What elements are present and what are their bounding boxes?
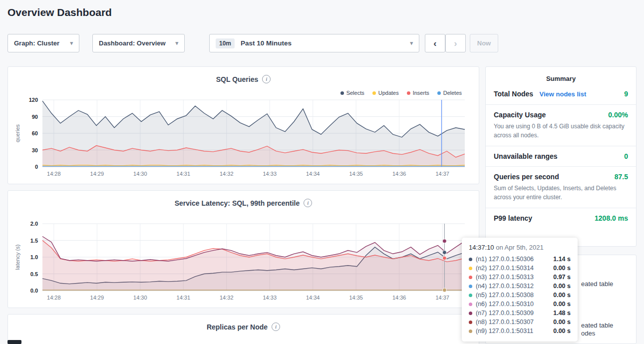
tooltip-node-value: 0.97 s — [553, 274, 571, 281]
svg-text:14:35: 14:35 — [349, 171, 363, 177]
tooltip-node-label: (n3) 127.0.0.1:50313 — [476, 274, 550, 281]
partial-tooltip-element — [7, 340, 21, 344]
svg-text:60: 60 — [32, 130, 38, 136]
tooltip-node-label: (n9) 127.0.0.1:50311 — [476, 328, 550, 335]
legend-label: Selects — [346, 90, 364, 96]
summary-row-value: 0 — [624, 152, 628, 160]
tooltip-node-label: (n2) 127.0.0.1:50314 — [476, 265, 550, 272]
graph-dropdown[interactable]: Graph: Cluster ▾ — [7, 34, 79, 52]
series-color-dot — [372, 91, 376, 95]
svg-text:2.0: 2.0 — [30, 221, 38, 227]
service-latency-chart[interactable]: 14:2814:2914:3014:3114:3214:3314:3414:35… — [11, 220, 476, 303]
svg-text:latency (s): latency (s) — [14, 245, 20, 270]
tooltip-node-value: 1.14 s — [553, 256, 571, 263]
summary-title: Summary — [486, 75, 636, 82]
legend-item-deletes[interactable]: Deletes — [437, 90, 462, 96]
summary-row-label: Capacity Usage — [494, 111, 546, 119]
tooltip-node-label: (n8) 127.0.0.1:50307 — [476, 319, 550, 326]
info-icon[interactable]: i — [272, 323, 280, 331]
chart-title-text: Replicas per Node — [207, 323, 268, 331]
dashboard-dropdown[interactable]: Dashboard: Overview ▾ — [92, 34, 185, 52]
legend-label: Inserts — [413, 90, 429, 96]
svg-text:14:29: 14:29 — [90, 171, 104, 177]
service-latency-panel: Service Latency: SQL, 99th percentile i … — [7, 190, 479, 308]
svg-text:queries: queries — [14, 124, 20, 142]
info-icon[interactable]: i — [262, 75, 271, 83]
page-title: Overview Dashboard — [7, 6, 112, 18]
svg-text:90: 90 — [32, 114, 38, 120]
sql-queries-panel: SQL Queries i Selects Updates Inserts De… — [7, 66, 479, 184]
sql-queries-chart[interactable]: 14:2814:2914:3014:3114:3214:3314:3414:35… — [11, 96, 476, 179]
series-color-dot — [407, 91, 410, 95]
summary-row-total-nodes: Total Nodes View nodes list 9 — [486, 83, 636, 105]
svg-text:14:32: 14:32 — [220, 295, 234, 301]
tooltip-row: (n9) 127.0.0.1:50311 0.00 s — [469, 327, 571, 336]
legend-label: Updates — [378, 90, 399, 96]
tooltip-node-value: 0.00 s — [553, 328, 571, 335]
svg-text:14:28: 14:28 — [47, 295, 61, 301]
tooltip-node-label: (n6) 127.0.0.1:50310 — [476, 301, 550, 308]
chevron-down-icon: ▾ — [175, 40, 178, 46]
chevron-down-icon: ▾ — [70, 40, 73, 46]
svg-text:120: 120 — [29, 97, 38, 103]
legend-item-inserts[interactable]: Inserts — [407, 90, 429, 96]
time-range-dropdown[interactable]: 10m Past 10 Minutes ▾ — [209, 34, 419, 52]
summary-row-p99-latency: P99 latency 1208.0 ms — [486, 208, 636, 228]
tooltip-node-value: 0.00 s — [553, 265, 571, 272]
svg-text:14:37: 14:37 — [435, 295, 449, 301]
chart-hover-tooltip: 14:37:10 on Apr 5th, 2021 (n1) 127.0.0.1… — [462, 238, 578, 342]
time-prev-button[interactable]: ‹ — [425, 34, 445, 52]
summary-row-value: 1208.0 ms — [595, 214, 628, 222]
view-nodes-list-link[interactable]: View nodes list — [540, 90, 587, 98]
tooltip-node-value: 0.00 s — [553, 292, 571, 299]
chart-title-text: Service Latency: SQL, 99th percentile — [175, 199, 300, 207]
tooltip-row: (n8) 127.0.0.1:50307 0.00 s — [469, 318, 571, 327]
tooltip-node-value: 0.00 s — [553, 301, 571, 308]
node-color-dot — [469, 267, 472, 270]
svg-text:0.5: 0.5 — [30, 271, 38, 277]
tooltip-row: (n6) 127.0.0.1:50310 0.00 s — [469, 300, 571, 309]
dashboard-dropdown-label: Dashboard: Overview — [99, 39, 166, 47]
tooltip-node-label: (n5) 127.0.0.1:50308 — [476, 292, 550, 299]
svg-text:14:32: 14:32 — [220, 171, 234, 177]
node-color-dot — [469, 276, 472, 279]
tooltip-row: (n5) 127.0.0.1:50308 0.00 s — [469, 291, 571, 300]
replicas-per-node-title: Replicas per Node i — [8, 323, 479, 331]
tooltip-node-value: 1.48 s — [553, 310, 571, 317]
tooltip-node-value: 0.00 s — [553, 283, 571, 290]
node-color-dot — [469, 303, 472, 306]
time-next-button[interactable]: › — [445, 34, 466, 52]
event-row-fragment[interactable]: eated table — [581, 322, 613, 329]
chart-title-text: SQL Queries — [216, 75, 259, 83]
summary-row-unavailable-ranges: Unavailable ranges 0 — [486, 146, 636, 167]
summary-row-value: 9 — [624, 90, 628, 98]
svg-text:0.0: 0.0 — [30, 288, 38, 294]
svg-text:14:37: 14:37 — [435, 171, 449, 177]
time-range-badge: 10m — [216, 38, 235, 48]
summary-row-value: 87.5 — [615, 173, 628, 181]
summary-row-label: Total Nodes — [494, 90, 533, 98]
svg-text:14:33: 14:33 — [263, 171, 277, 177]
svg-text:1.0: 1.0 — [30, 254, 38, 260]
tooltip-row: (n4) 127.0.0.1:50312 0.00 s — [469, 282, 571, 291]
event-row-fragment[interactable]: eated table — [581, 280, 613, 288]
info-icon[interactable]: i — [304, 199, 312, 207]
node-color-dot — [469, 285, 472, 288]
legend-item-selects[interactable]: Selects — [340, 90, 364, 96]
svg-text:14:29: 14:29 — [90, 295, 104, 301]
legend-item-updates[interactable]: Updates — [372, 90, 399, 96]
node-color-dot — [469, 258, 472, 261]
chevron-right-icon: › — [454, 38, 457, 49]
tooltip-timestamp: 14:37:10 on Apr 5th, 2021 — [469, 244, 571, 251]
tooltip-time: 14:37:10 — [469, 244, 494, 251]
replicas-per-node-panel: Replicas per Node i — [7, 314, 479, 344]
event-row-fragment[interactable]: odes — [581, 330, 595, 337]
summary-row-value: 0.00% — [608, 111, 628, 119]
sql-queries-legend: Selects Updates Inserts Deletes — [340, 90, 462, 96]
summary-row-label: Unavailable ranges — [494, 152, 558, 160]
now-button[interactable]: Now — [470, 34, 498, 52]
service-latency-title: Service Latency: SQL, 99th percentile i — [8, 199, 479, 207]
tooltip-node-value: 0.00 s — [553, 319, 571, 326]
summary-row-capacity-usage: Capacity Usage 0.00% You are using 0 B o… — [486, 105, 636, 146]
tooltip-node-label: (n1) 127.0.0.1:50306 — [476, 256, 550, 263]
